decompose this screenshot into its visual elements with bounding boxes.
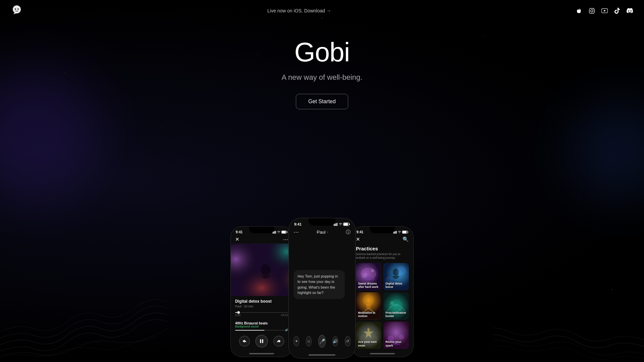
- banner-text: Live now on iOS. Download →: [267, 8, 331, 13]
- svg-point-40: [362, 273, 367, 278]
- svg-point-44: [397, 266, 406, 276]
- practice-card-sweet-dreams[interactable]: Sweet dreams after hard work: [356, 263, 381, 291]
- svg-rect-22: [334, 224, 334, 226]
- svg-rect-30: [393, 232, 394, 234]
- svg-rect-12: [287, 232, 287, 233]
- svg-point-59: [399, 335, 404, 340]
- practices-grid: Sweet dreams after hard work: [352, 261, 413, 351]
- chat-messages: Hey Tom, just popping in to see how your…: [289, 237, 355, 332]
- practice-card-digital-detox[interactable]: Digital detox boost: [383, 263, 409, 291]
- sound-title: 40Hz Binaural beats: [235, 321, 288, 325]
- phone-media-player: 9:41 ✕ ⋯: [230, 226, 293, 357]
- svg-point-26: [340, 225, 341, 226]
- svg-point-4: [593, 9, 593, 10]
- mic-button[interactable]: 🎤: [318, 335, 325, 348]
- chat-message: Hey Tom, just popping in to see how your…: [293, 270, 345, 299]
- svg-point-1: [17, 8, 19, 10]
- svg-point-10: [278, 233, 279, 233]
- svg-point-34: [399, 233, 400, 233]
- nav-banner[interactable]: Live now on iOS. Download →: [267, 8, 331, 14]
- svg-rect-29: [344, 223, 348, 226]
- track-author: Paul · 20 min: [235, 304, 288, 308]
- svg-rect-13: [282, 231, 286, 233]
- svg-rect-21: [262, 339, 263, 343]
- svg-rect-25: [337, 223, 337, 226]
- youtube-icon[interactable]: [601, 7, 608, 14]
- svg-rect-36: [408, 232, 408, 233]
- svg-point-3: [591, 10, 593, 12]
- chat-user[interactable]: Paul ›: [317, 230, 328, 235]
- album-cover: [231, 244, 292, 296]
- svg-rect-37: [402, 231, 407, 233]
- practices-header: Practices Science-backed practices for y…: [352, 244, 413, 261]
- phone-notch-right: [370, 227, 395, 233]
- info-icon[interactable]: ⓘ: [346, 229, 351, 235]
- svg-rect-33: [396, 231, 397, 233]
- apple-icon[interactable]: [576, 7, 582, 14]
- svg-point-41: [371, 269, 374, 272]
- chat-action-bar: ✦ ☺ 🎤 🔊 ↺: [293, 335, 351, 348]
- card-label: Digital detox boost: [385, 282, 407, 289]
- speaker-action[interactable]: 🔊: [332, 336, 338, 346]
- svg-rect-2: [589, 8, 594, 13]
- svg-point-19: [261, 264, 271, 276]
- svg-point-0: [15, 8, 16, 10]
- card-label: Procrastination buster: [385, 311, 407, 318]
- glow-right: [570, 101, 644, 201]
- sound-subtitle: Background sound: [235, 325, 288, 328]
- svg-rect-20: [260, 339, 261, 343]
- svg-rect-8: [274, 231, 275, 233]
- svg-rect-23: [335, 224, 335, 226]
- tiktok-icon[interactable]: [614, 7, 621, 14]
- practice-card-procrastination[interactable]: Procrastination buster: [383, 292, 409, 320]
- svg-point-52: [398, 308, 401, 311]
- svg-rect-32: [395, 231, 396, 233]
- progress-remaining: -19:52: [280, 314, 288, 317]
- instagram-icon[interactable]: [588, 7, 595, 14]
- svg-rect-24: [336, 223, 336, 226]
- logo[interactable]: [11, 4, 23, 17]
- rewind-button[interactable]: [239, 336, 250, 347]
- svg-point-48: [366, 304, 371, 309]
- phone-notch-center: [309, 218, 335, 226]
- chat-more-icon[interactable]: ⋯: [293, 229, 299, 235]
- status-time: 9:41: [236, 230, 243, 234]
- practices-desc: Science-backed practices for you to emba…: [356, 253, 409, 260]
- player-controls: [231, 333, 292, 351]
- close-icon[interactable]: ✕: [235, 236, 239, 242]
- logo-icon: [11, 4, 23, 16]
- svg-rect-7: [273, 231, 274, 234]
- pause-button[interactable]: [255, 335, 268, 347]
- wave-right-decoration: [493, 255, 644, 362]
- hero-subtitle: A new way of well-being.: [282, 73, 363, 82]
- card-label: Ace your next exam: [358, 341, 379, 347]
- face-action[interactable]: ☺: [306, 336, 312, 346]
- more-icon[interactable]: ⋯: [283, 236, 288, 242]
- wave-left-decoration: [0, 235, 168, 362]
- track-title: Digital detox boost: [235, 299, 288, 304]
- practice-card-revive-spark[interactable]: Revive your spark: [383, 322, 409, 349]
- status-time-3: 9:41: [357, 230, 363, 234]
- discord-icon[interactable]: [627, 7, 633, 14]
- practice-card-ace-exam[interactable]: Ace your next exam: [356, 322, 381, 349]
- card-label: Motivation in motion: [358, 311, 379, 318]
- chat-message-text: Hey Tom, just popping in to see how your…: [298, 274, 338, 295]
- forward-button[interactable]: [273, 336, 284, 347]
- card-label: Revive your spark: [385, 341, 407, 347]
- practice-card-motivation[interactable]: Motivation in motion: [356, 292, 381, 320]
- get-started-button[interactable]: Get Started: [296, 94, 348, 109]
- phones-showcase: 9:41 ✕ ⋯: [221, 221, 423, 362]
- status-time-2: 9:41: [294, 222, 302, 226]
- phone-notch: [249, 227, 274, 233]
- card-label: Sweet dreams after hard work: [358, 282, 379, 289]
- sparkle-action[interactable]: ✦: [293, 336, 299, 346]
- refresh-action[interactable]: ↺: [345, 336, 351, 346]
- phone-chat: 9:41 ⋯ Paul › ⓘ Hey Tom, just popping in…: [288, 218, 356, 359]
- navbar: Live now on iOS. Download →: [0, 0, 644, 21]
- chat-user-name: Paul: [317, 230, 325, 235]
- practices-close-icon[interactable]: ✕: [356, 236, 360, 242]
- search-icon[interactable]: 🔍: [402, 236, 409, 242]
- social-icons: [576, 7, 633, 14]
- svg-rect-6: [273, 232, 273, 234]
- svg-rect-31: [394, 231, 395, 234]
